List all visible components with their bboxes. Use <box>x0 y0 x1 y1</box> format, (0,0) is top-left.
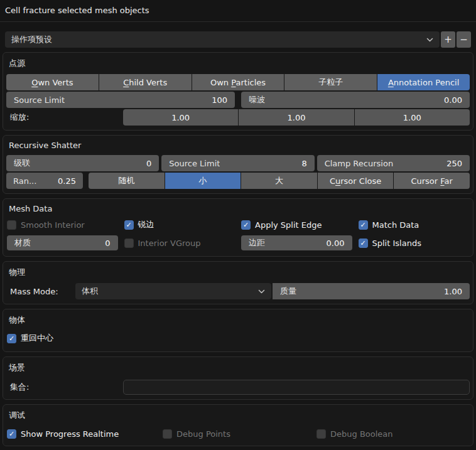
debug-title: 调试 <box>6 408 470 425</box>
margin-slider[interactable]: 边距 0.00 <box>241 235 352 250</box>
own-verts-button[interactable]: Own Verts <box>6 74 99 90</box>
preset-select[interactable]: 操作项预设 <box>5 31 440 48</box>
scale-y-slider[interactable]: 1.00 <box>239 109 354 126</box>
checkmark-icon: ✓ <box>126 222 131 228</box>
child-particles-button[interactable]: 子粒子 <box>284 74 377 90</box>
slider-value: 1.00 <box>288 113 306 122</box>
checkbox[interactable]: ✓ <box>163 429 172 439</box>
random-factor-slider[interactable]: Ran... 0.25 <box>6 173 83 189</box>
recursion-mode-row: Ran... 0.25 随机 小 大 Cursor Close Cursor F… <box>6 173 470 189</box>
button-label: 子粒子 <box>318 77 343 88</box>
slider-value: 250 <box>446 159 462 168</box>
checkbox-label: 重回中心 <box>21 333 53 344</box>
checkbox-label: Smooth Interior <box>21 220 85 230</box>
child-verts-button[interactable]: Child Verts <box>99 74 192 90</box>
slider-label: 质量 <box>280 286 296 297</box>
checkbox[interactable]: ✓ <box>124 220 134 230</box>
annotation-pencil-button[interactable]: Annotation Pencil <box>377 74 470 90</box>
scale-z-slider[interactable]: 1.00 <box>355 109 470 126</box>
button-label: Child Verts <box>123 78 167 87</box>
slider-value: 1.00 <box>403 113 421 122</box>
own-particles-button[interactable]: Own Particles <box>192 74 284 90</box>
plus-icon: + <box>444 34 452 45</box>
checkbox[interactable]: ✓ <box>241 220 251 230</box>
physics-title: 物理 <box>6 265 470 282</box>
slider-label: Ran... <box>13 176 36 186</box>
checkbox[interactable]: ✓ <box>7 429 16 439</box>
button-label: Own Verts <box>31 78 73 87</box>
slider-label: 材质 <box>14 237 31 249</box>
slider-label: Source Limit <box>169 159 220 168</box>
check-split-islands[interactable]: ✓ Split Islands <box>359 237 470 249</box>
point-source-panel: 点源 Own Verts Child Verts Own Particles 子… <box>3 52 473 131</box>
recursion-row: 级联 0 Source Limit 8 Clamp Recursion 250 <box>6 155 470 171</box>
check-apply-split-edge[interactable]: ✓ Apply Split Edge <box>241 218 352 231</box>
checkmark-icon: ✓ <box>9 431 14 437</box>
chevron-down-icon <box>426 38 433 42</box>
preset-add-button[interactable]: + <box>441 31 455 48</box>
object-title: 物体 <box>6 313 470 329</box>
slider-label: Clamp Recursion <box>325 159 393 168</box>
checkbox[interactable]: ✓ <box>359 220 368 230</box>
cascade-slider[interactable]: 级联 0 <box>6 155 159 171</box>
checkbox-label: Show Progress Realtime <box>21 429 119 439</box>
dialog-title: Cell fracture selected mesh objects <box>5 6 471 15</box>
checkmark-icon: ✓ <box>9 335 14 342</box>
checkbox[interactable]: ✓ <box>316 429 326 439</box>
chevron-down-icon <box>258 289 265 294</box>
scale-x-slider[interactable]: 1.00 <box>123 109 238 126</box>
button-label: 小 <box>198 175 207 186</box>
random-mode-button[interactable]: 随机 <box>89 173 165 189</box>
checkbox[interactable]: ✓ <box>124 238 134 248</box>
point-source-mode-row: Own Verts Child Verts Own Particles 子粒子 … <box>6 74 470 90</box>
checkbox-label: Debug Boolean <box>330 429 393 439</box>
check-sharp-edges[interactable]: ✓ 锐边 <box>124 218 235 231</box>
button-label: Own Particles <box>210 78 266 87</box>
clamp-recursion-slider[interactable]: Clamp Recursion 250 <box>317 155 470 171</box>
preset-remove-button[interactable]: − <box>457 31 471 48</box>
button-label: 大 <box>275 175 283 186</box>
collection-row: 集合: <box>6 380 470 395</box>
slider-label: 噪波 <box>249 94 265 105</box>
button-label: 随机 <box>118 175 134 186</box>
slider-value: 1.00 <box>444 287 462 296</box>
slider-label: 级联 <box>14 158 30 169</box>
checkbox[interactable]: ✓ <box>7 220 16 230</box>
cursor-close-button[interactable]: Cursor Close <box>318 173 394 189</box>
slider-value: 0 <box>146 159 151 168</box>
check-recenter[interactable]: ✓ 重回中心 <box>7 332 53 345</box>
slider-label: Source Limit <box>14 95 65 105</box>
checkmark-icon: ✓ <box>243 222 249 228</box>
checkmark-icon: ✓ <box>360 240 365 247</box>
recursion-source-limit-slider[interactable]: Source Limit 8 <box>161 155 314 171</box>
recursive-shatter-title: Recursive Shatter <box>6 139 470 154</box>
checkbox[interactable]: ✓ <box>359 238 368 248</box>
checkbox-label: Interior VGroup <box>138 238 201 248</box>
minus-icon: − <box>460 34 468 45</box>
cursor-far-button[interactable]: Cursor Far <box>394 173 470 189</box>
mass-slider[interactable]: 质量 1.00 <box>273 283 470 299</box>
check-smooth-interior[interactable]: ✓ Smooth Interior <box>7 218 118 231</box>
debug-row: ✓ Show Progress Realtime ✓ Debug Points … <box>6 426 470 441</box>
noise-slider[interactable]: 噪波 0.00 <box>241 92 470 108</box>
checkbox-label: Split Islands <box>372 238 421 248</box>
material-slider[interactable]: 材质 0 <box>7 235 118 250</box>
checkbox-label: Debug Points <box>176 429 230 439</box>
check-debug-points[interactable]: ✓ Debug Points <box>163 427 316 440</box>
slider-value: 8 <box>301 159 306 168</box>
big-mode-button[interactable]: 大 <box>241 173 317 189</box>
source-limit-slider[interactable]: Source Limit 100 <box>6 92 235 108</box>
checkbox-label: Apply Split Edge <box>255 220 322 230</box>
check-show-progress[interactable]: ✓ Show Progress Realtime <box>7 427 163 440</box>
scene-panel: 场景 集合: <box>3 356 473 400</box>
collection-input[interactable] <box>123 380 470 395</box>
check-debug-boolean[interactable]: ✓ Debug Boolean <box>316 427 393 440</box>
mesh-data-panel: Mesh Data ✓ Smooth Interior ✓ 锐边 ✓ Apply… <box>3 198 473 257</box>
collection-label: 集合: <box>6 380 123 395</box>
button-label: Cursor Close <box>330 176 381 186</box>
check-interior-vgroup[interactable]: ✓ Interior VGroup <box>124 237 235 249</box>
mass-mode-select[interactable]: 体积 <box>75 283 271 299</box>
check-match-data[interactable]: ✓ Match Data <box>359 218 470 231</box>
small-mode-button[interactable]: 小 <box>165 173 241 189</box>
checkbox[interactable]: ✓ <box>7 334 16 343</box>
